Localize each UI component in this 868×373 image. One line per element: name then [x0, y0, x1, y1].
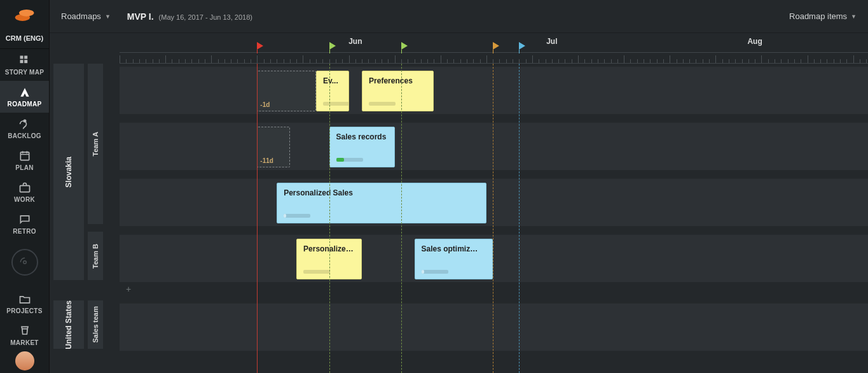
nav-plan[interactable]: PLAN [0, 144, 49, 176]
svg-rect-5 [24, 60, 27, 63]
projects-icon [18, 293, 31, 305]
epic-label[interactable]: Slovakia [53, 64, 84, 280]
card-title: Sales records [336, 132, 388, 141]
timeline[interactable]: MayJunJulAug -1dEv...Preferences-11dSale… [120, 33, 868, 373]
team-label[interactable]: Team B [88, 232, 103, 280]
roadmap-card[interactable]: Sales optimiz… [415, 239, 493, 279]
timeline-row[interactable]: Personalized Sales [120, 178, 868, 227]
ghost-offset-label: -11d [260, 157, 273, 164]
epic-block: SlovakiaTeam ATeam B [50, 64, 120, 280]
roadmap-card[interactable]: Personalized Sales [277, 183, 486, 223]
nav-work[interactable]: WORK [0, 176, 49, 208]
timeline-ruler [120, 52, 868, 64]
roadmap-items-label: Roadmap items [789, 11, 847, 21]
app-logo[interactable] [0, 0, 49, 29]
svg-rect-4 [20, 60, 23, 63]
project-label[interactable]: CRM (ENG) [0, 29, 49, 49]
timeline-row[interactable]: -11dSales records [120, 122, 868, 171]
roadmaps-label: Roadmaps [61, 11, 101, 21]
nav-label: MARKET [10, 339, 39, 346]
month-label: Jul [546, 37, 557, 46]
nav-label: ROADMAP [8, 101, 42, 108]
progress-bar [303, 270, 330, 274]
svg-point-6 [24, 120, 25, 122]
card-title: Personalized Sales [284, 188, 479, 197]
card-title: Sales optimiz… [422, 244, 486, 253]
roadmap-card[interactable]: Sales records [329, 127, 395, 167]
market-icon [18, 325, 31, 337]
progress-bar [323, 102, 349, 106]
roadmap-icon [18, 87, 31, 98]
svg-point-1 [19, 10, 34, 17]
ghost-card[interactable]: -1d [257, 71, 316, 111]
nav-storymap[interactable]: STORY MAP [0, 49, 49, 81]
timeline-row[interactable]: -1dEv...Preferences [120, 66, 868, 115]
ghost-offset-label: -1d [260, 101, 270, 108]
svg-rect-8 [20, 185, 29, 192]
chevron-down-icon: ▼ [105, 13, 111, 20]
progress-bar [422, 270, 448, 274]
roadmap-items-dropdown[interactable]: Roadmap items ▼ [789, 11, 857, 21]
timeline-row[interactable]: Personalized …Sales optimiz… [120, 234, 868, 283]
svg-rect-3 [24, 55, 27, 59]
card-title: Preferences [369, 76, 427, 85]
nav-label: RETRO [13, 228, 36, 235]
roadmap-card[interactable]: Personalized … [296, 239, 362, 279]
team-label[interactable]: Sales team [88, 300, 103, 349]
nav-label: STORY MAP [5, 69, 44, 76]
user-avatar[interactable] [15, 351, 34, 370]
epic-label[interactable]: United States [53, 300, 84, 349]
epic-block: United StatesSales team [50, 300, 120, 349]
progress-bar [336, 158, 363, 162]
roadmaps-dropdown[interactable]: Roadmaps ▼ [61, 11, 111, 21]
progress-bar [284, 214, 310, 218]
roadmap-card[interactable]: Ev... [316, 71, 349, 111]
roadmap-date-range: (May 16, 2017 - Jun 13, 2018) [159, 13, 252, 21]
month-label: Jun [348, 37, 362, 46]
backlog-icon [18, 118, 31, 130]
nav-market[interactable]: MARKET [0, 320, 49, 351]
nav-label: BACKLOG [8, 132, 41, 139]
roadmap-card[interactable]: Preferences [362, 71, 434, 111]
sidebar: CRM (ENG) STORY MAPROADMAPBACKLOGPLANWOR… [0, 0, 50, 373]
ghost-card[interactable]: -11d [257, 127, 290, 167]
storymap-icon [18, 55, 31, 66]
nav-retro[interactable]: RETRO [0, 208, 49, 240]
team-label[interactable]: Team A [88, 64, 103, 224]
timeline-header: MayJunJulAug [120, 33, 868, 64]
main: Roadmaps ▼ MVP I. (May 16, 2017 - Jun 13… [50, 0, 868, 373]
nav-label: PLAN [15, 164, 33, 171]
nav-projects[interactable]: PROJECTS [0, 288, 49, 320]
retro-icon [18, 214, 31, 225]
month-label: Aug [747, 37, 762, 46]
svg-rect-7 [20, 152, 29, 160]
card-title: Ev... [323, 76, 342, 85]
sidebar-round-button[interactable] [11, 249, 38, 276]
svg-rect-2 [20, 55, 23, 59]
add-row-button[interactable]: + [122, 283, 135, 295]
chevron-down-icon: ▼ [851, 13, 857, 20]
nav-backlog[interactable]: BACKLOG [0, 113, 49, 144]
nav-label: WORK [14, 196, 35, 203]
topbar: Roadmaps ▼ MVP I. (May 16, 2017 - Jun 13… [50, 0, 868, 33]
timeline-row[interactable] [120, 303, 868, 351]
swimlane-labels: SlovakiaTeam ATeam BUnited StatesSales t… [50, 33, 120, 373]
work-icon [18, 182, 31, 194]
nav-label: PROJECTS [6, 307, 42, 314]
progress-bar [369, 102, 396, 106]
content: SlovakiaTeam ATeam BUnited StatesSales t… [50, 33, 868, 373]
nav-roadmap[interactable]: ROADMAP [0, 81, 49, 113]
roadmap-name: MVP I. [127, 11, 154, 22]
card-title: Personalized … [303, 244, 355, 253]
roadmap-title[interactable]: MVP I. (May 16, 2017 - Jun 13, 2018) [127, 11, 252, 22]
plan-icon [18, 150, 31, 162]
